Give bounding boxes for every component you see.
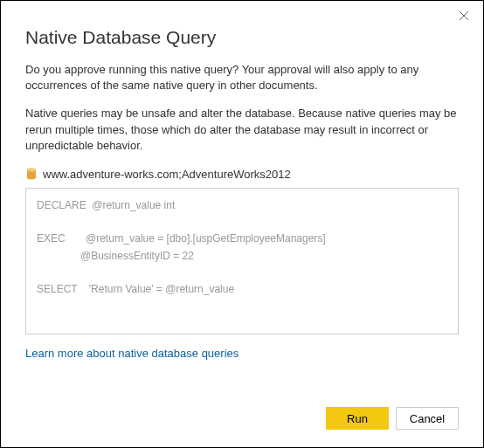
cancel-button[interactable]: Cancel: [396, 407, 459, 430]
learn-more-row: Learn more about native database queries: [25, 345, 459, 361]
dialog-title: Native Database Query: [25, 27, 459, 48]
query-preview: DECLARE @return_value int EXEC @return_v…: [25, 188, 459, 334]
spacer: [25, 361, 459, 393]
close-icon: [459, 10, 469, 21]
approval-text: Do you approve running this native query…: [25, 62, 459, 93]
learn-more-link[interactable]: Learn more about native database queries: [25, 347, 239, 360]
run-button[interactable]: Run: [326, 407, 389, 430]
connection-row: www.adventure-works.com;AdventureWorks20…: [25, 168, 459, 181]
database-icon: [25, 168, 38, 180]
svg-point-3: [27, 169, 36, 172]
close-button[interactable]: [455, 8, 473, 25]
warning-text: Native queries may be unsafe and alter t…: [25, 106, 459, 154]
button-row: Run Cancel: [25, 407, 459, 430]
connection-string: www.adventure-works.com;AdventureWorks20…: [43, 168, 291, 181]
native-database-query-dialog: Native Database Query Do you approve run…: [1, 1, 483, 447]
